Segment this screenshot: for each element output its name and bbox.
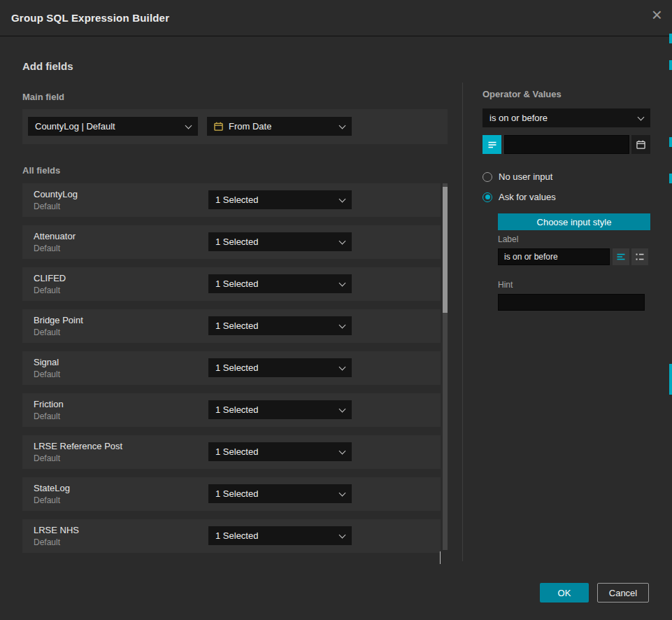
field-selection-dropdown[interactable]: 1 Selected (208, 400, 352, 419)
field-selection-label: 1 Selected (215, 195, 258, 205)
field-selection-dropdown[interactable]: 1 Selected (208, 274, 352, 293)
calendar-picker-button[interactable] (631, 135, 650, 154)
no-user-input-label: No user input (499, 171, 552, 182)
chevron-down-icon (339, 237, 346, 244)
main-field-heading: Main field (22, 92, 64, 102)
field-selection-dropdown[interactable]: 1 Selected (208, 358, 352, 377)
field-row: Bridge Point Default 1 Selected (22, 309, 441, 343)
field-selection-dropdown[interactable]: 1 Selected (208, 484, 352, 503)
value-list-icon (487, 140, 497, 150)
field-selection-label: 1 Selected (215, 279, 258, 289)
field-selection-label: 1 Selected (215, 404, 258, 415)
group-sql-expression-builder-dialog: Group SQL Expression Builder × Add field… (0, 0, 672, 620)
page-edge-artifact (669, 364, 672, 395)
page-edge-artifact (669, 137, 672, 147)
scrollbar-track[interactable] (443, 183, 448, 550)
field-subtitle: Default (34, 369, 60, 379)
field-subtitle: Default (34, 453, 60, 463)
field-name: Friction (34, 399, 64, 409)
layer-dropdown-value: CountyLog | Default (35, 121, 115, 132)
list-input-style-button[interactable] (631, 248, 648, 265)
field-row: Friction Default 1 Selected (22, 393, 441, 427)
field-selection-label: 1 Selected (215, 530, 258, 541)
field-row: CountyLog Default 1 Selected (22, 183, 441, 217)
chevron-down-icon (339, 405, 346, 412)
operator-values-heading: Operator & Values (482, 89, 562, 99)
ask-for-values-radio[interactable]: Ask for values (482, 192, 556, 202)
chevron-down-icon (339, 489, 346, 496)
field-selection-dropdown[interactable]: 1 Selected (208, 232, 352, 251)
main-field-dropdown-value: From Date (229, 121, 271, 132)
field-row: Signal Default 1 Selected (22, 351, 441, 385)
field-name: CountyLog (34, 189, 78, 199)
field-selection-dropdown[interactable]: 1 Selected (208, 442, 352, 461)
chevron-down-icon (185, 122, 192, 129)
field-selection-dropdown[interactable]: 1 Selected (208, 316, 352, 335)
field-name: CLIFED (34, 273, 66, 283)
page-edge-artifact (669, 174, 672, 183)
value-list-button[interactable] (482, 135, 501, 154)
chevron-down-icon (339, 531, 346, 538)
field-subtitle: Default (34, 411, 60, 421)
chevron-down-icon (638, 113, 645, 120)
layer-dropdown[interactable]: CountyLog | Default (28, 117, 198, 136)
all-fields-heading: All fields (22, 165, 60, 176)
chevron-down-icon (339, 195, 346, 202)
field-subtitle: Default (34, 244, 60, 253)
no-user-input-radio[interactable]: No user input (482, 171, 552, 182)
list-input-icon (635, 252, 645, 262)
field-row: LRSE NHS Default 1 Selected (22, 519, 441, 553)
operator-dropdown[interactable]: is on or before (482, 108, 650, 127)
chevron-down-icon (339, 321, 346, 328)
ask-for-values-label: Ask for values (499, 192, 556, 202)
label-input[interactable] (498, 248, 610, 265)
field-name: StateLog (34, 483, 70, 493)
field-subtitle: Default (34, 495, 60, 505)
value-input[interactable] (504, 135, 629, 154)
scrollbar-thumb[interactable] (443, 187, 448, 313)
field-row: Attenuator Default 1 Selected (22, 225, 441, 259)
main-field-dropdown[interactable]: From Date (207, 117, 352, 136)
calendar-icon (636, 140, 645, 149)
field-selection-dropdown[interactable]: 1 Selected (208, 526, 352, 545)
radio-selected-icon (482, 192, 492, 202)
hint-input[interactable] (498, 294, 645, 311)
operator-dropdown-value: is on or before (489, 113, 548, 123)
field-selection-label: 1 Selected (215, 237, 258, 247)
page-edge-artifact (669, 60, 672, 70)
field-selection-label: 1 Selected (215, 320, 258, 331)
hint-caption: Hint (498, 280, 513, 290)
scroll-down-icon[interactable] (438, 551, 447, 560)
field-selection-label: 1 Selected (215, 446, 258, 457)
field-name: Bridge Point (34, 315, 83, 325)
dialog-header: Group SQL Expression Builder (0, 0, 672, 36)
chevron-down-icon (339, 363, 346, 370)
field-subtitle: Default (34, 286, 60, 295)
chevron-down-icon (440, 551, 441, 564)
field-name: LRSE Reference Post (34, 441, 122, 451)
vertical-divider (462, 83, 463, 561)
field-selection-dropdown[interactable]: 1 Selected (208, 190, 352, 209)
field-name: Signal (34, 357, 59, 367)
single-line-input-icon (616, 252, 626, 262)
field-row: CLIFED Default 1 Selected (22, 267, 441, 301)
chevron-down-icon (339, 122, 346, 129)
chevron-down-icon (339, 279, 346, 286)
single-line-input-style-button[interactable] (613, 248, 629, 265)
field-name: Attenuator (34, 231, 76, 241)
ok-button[interactable]: OK (540, 583, 589, 603)
field-subtitle: Default (34, 202, 60, 211)
field-selection-label: 1 Selected (215, 488, 258, 499)
dialog-title: Group SQL Expression Builder (11, 12, 169, 24)
add-fields-heading: Add fields (22, 60, 73, 72)
field-selection-label: 1 Selected (215, 362, 258, 373)
field-name: LRSE NHS (34, 525, 79, 535)
chevron-down-icon (339, 447, 346, 454)
close-icon[interactable]: × (652, 6, 662, 24)
label-caption: Label (498, 234, 518, 244)
choose-input-style-button[interactable]: Choose input style (498, 213, 650, 230)
main-field-row: CountyLog | Default From Date (22, 109, 448, 144)
radio-icon (482, 172, 492, 182)
field-subtitle: Default (34, 327, 60, 337)
cancel-button[interactable]: Cancel (597, 583, 649, 603)
